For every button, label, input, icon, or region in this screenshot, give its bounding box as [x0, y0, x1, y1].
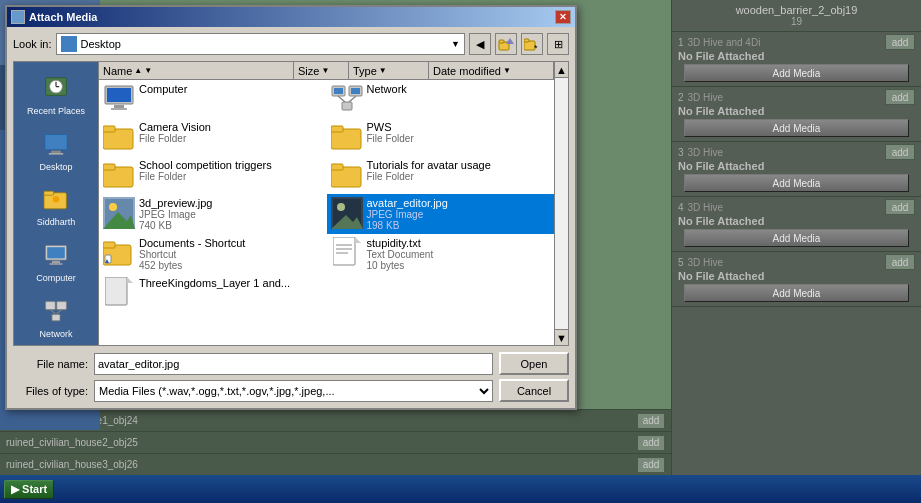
col-size-header[interactable]: Size ▼: [294, 62, 349, 79]
filename-input[interactable]: [94, 353, 493, 375]
col-type-header[interactable]: Type ▼: [349, 62, 429, 79]
file-nav-item-siddharth[interactable]: Siddharth: [14, 178, 99, 234]
file-list[interactable]: Computer Network Camera Vision File Fold…: [99, 80, 554, 345]
svg-rect-71: [103, 242, 115, 248]
file-item[interactable]: Computer: [99, 80, 327, 118]
rp-section-header: 2 3D Hive add: [678, 89, 915, 105]
file-name: School competition triggers: [139, 159, 323, 171]
filename-row: File name: Open: [13, 352, 569, 375]
dialog-bottom: File name: Open Files of type: Media Fil…: [13, 352, 569, 402]
rp-section-header: 5 3D Hive add: [678, 254, 915, 270]
obj-name-label: wooden_barrier_2_obj19: [678, 4, 915, 16]
dialog-body: Look in: Desktop ▼ ◀ * ⊞ Recent PlacesDe…: [7, 27, 575, 408]
svg-rect-50: [351, 88, 360, 94]
file-meta: File Folder: [367, 133, 551, 144]
svg-rect-22: [524, 39, 529, 42]
up-folder-button[interactable]: [495, 33, 517, 55]
file-item[interactable]: PWS File Folder: [327, 118, 555, 156]
file-item[interactable]: Tutorials for avatar usage File Folder: [327, 156, 555, 194]
svg-point-64: [109, 203, 117, 211]
rp-add-button-1[interactable]: add: [885, 34, 915, 50]
scrollbar[interactable]: ▲ ▼: [554, 62, 568, 345]
file-name: 3d_preview.jpg: [139, 197, 323, 209]
view-button[interactable]: ⊞: [547, 33, 569, 55]
file-icon-image_dark: [331, 197, 363, 229]
filetype-label: Files of type:: [13, 385, 88, 397]
col-date-header[interactable]: Date modified ▼: [429, 62, 554, 79]
file-item[interactable]: Documents - Shortcut Shortcut452 bytes: [99, 234, 327, 274]
svg-rect-40: [52, 314, 60, 320]
back-button[interactable]: ◀: [469, 33, 491, 55]
svg-line-53: [349, 96, 356, 102]
desktop-icon: [61, 36, 77, 52]
file-item[interactable]: ThreeKingdoms_Layer 1 and...: [99, 274, 327, 312]
file-name: Tutorials for avatar usage: [367, 159, 551, 171]
bottom-item-add-button[interactable]: add: [637, 413, 665, 429]
rp-add-button-4[interactable]: add: [885, 199, 915, 215]
desktop-nav-icon: [43, 131, 69, 158]
file-info: avatar_editor.jpg JPEG Image198 KB: [367, 197, 551, 231]
file-nav-item-network[interactable]: Network: [14, 289, 99, 345]
bottom-item-label: ruined_civilian_house3_obj26: [6, 459, 637, 470]
start-button[interactable]: ▶ Start: [4, 480, 54, 499]
rp-add-media-button-5[interactable]: Add Media: [684, 284, 909, 302]
dialog-close-button[interactable]: ✕: [555, 10, 571, 24]
look-in-select[interactable]: Desktop ▼: [56, 33, 465, 55]
file-icon-computer: [103, 83, 135, 115]
col-name-header[interactable]: Name ▲ ▼: [99, 62, 294, 79]
rp-add-button-2[interactable]: add: [885, 89, 915, 105]
file-meta: 740 KB: [139, 220, 323, 231]
rp-no-file-1: No File Attached: [678, 50, 915, 62]
rp-add-button-3[interactable]: add: [885, 144, 915, 160]
file-info: Camera Vision File Folder: [139, 121, 323, 144]
file-item[interactable]: Camera Vision File Folder: [99, 118, 327, 156]
svg-rect-39: [57, 302, 67, 310]
bottom-item-row: ruined_civilian_house2_obj25 add: [0, 431, 671, 453]
open-button[interactable]: Open: [499, 352, 569, 375]
svg-rect-38: [46, 302, 56, 310]
rp-add-media-button-3[interactable]: Add Media: [684, 174, 909, 192]
col-type-filter-icon[interactable]: ▼: [379, 66, 387, 75]
computer-nav-icon: [43, 243, 69, 270]
right-panel: wooden_barrier_2_obj19 19 1 3D Hive and …: [671, 0, 921, 503]
scroll-up-button[interactable]: ▲: [555, 62, 568, 78]
file-item[interactable]: avatar_editor.jpg JPEG Image198 KB: [327, 194, 555, 234]
clock-nav-icon: [43, 75, 69, 102]
col-date-filter-icon[interactable]: ▼: [503, 66, 511, 75]
bottom-item-add-button[interactable]: add: [637, 435, 665, 451]
rp-add-media-button-2[interactable]: Add Media: [684, 119, 909, 137]
file-info: Tutorials for avatar usage File Folder: [367, 159, 551, 182]
cancel-button[interactable]: Cancel: [499, 379, 569, 402]
col-name-filter-icon[interactable]: ▼: [144, 66, 152, 75]
file-item[interactable]: stupidity.txt Text Document10 bytes: [327, 234, 555, 274]
file-nav-item-desktop[interactable]: Desktop: [14, 122, 99, 178]
rp-section-num: 5: [678, 257, 684, 268]
file-item[interactable]: Network: [327, 80, 555, 118]
rp-add-media-button-4[interactable]: Add Media: [684, 229, 909, 247]
bottom-item-add-button[interactable]: add: [637, 457, 665, 473]
rp-sections-container: 1 3D Hive and 4Di add No File Attached A…: [672, 32, 921, 307]
rp-no-file-4: No File Attached: [678, 215, 915, 227]
file-item[interactable]: 3d_preview.jpg JPEG Image740 KB: [99, 194, 327, 234]
rp-section-header: 3 3D Hive add: [678, 144, 915, 160]
scroll-down-button[interactable]: ▼: [555, 329, 568, 345]
rp-section-4: 4 3D Hive add No File Attached Add Media: [672, 197, 921, 252]
rp-add-media-button-1[interactable]: Add Media: [684, 64, 909, 82]
file-icon-folder: [103, 159, 135, 191]
filetype-select[interactable]: Media Files (*.wav,*.ogg,*.txt,*.ogv,*.j…: [94, 380, 493, 402]
new-folder-button[interactable]: *: [521, 33, 543, 55]
svg-rect-74: [333, 237, 355, 265]
svg-rect-57: [331, 126, 343, 132]
svg-rect-55: [103, 126, 115, 132]
look-in-value: Desktop: [81, 38, 452, 50]
file-nav-item-recent-places[interactable]: Recent Places: [14, 66, 99, 122]
rp-no-file-2: No File Attached: [678, 105, 915, 117]
file-name: PWS: [367, 121, 551, 133]
file-item[interactable]: School competition triggers File Folder: [99, 156, 327, 194]
col-size-filter-icon[interactable]: ▼: [321, 66, 329, 75]
svg-rect-32: [44, 192, 54, 196]
rp-add-button-5[interactable]: add: [885, 254, 915, 270]
svg-rect-29: [51, 150, 61, 152]
file-nav-item-computer[interactable]: Computer: [14, 233, 99, 289]
bottom-item-label: ruined_civilian_house2_obj25: [6, 437, 637, 448]
